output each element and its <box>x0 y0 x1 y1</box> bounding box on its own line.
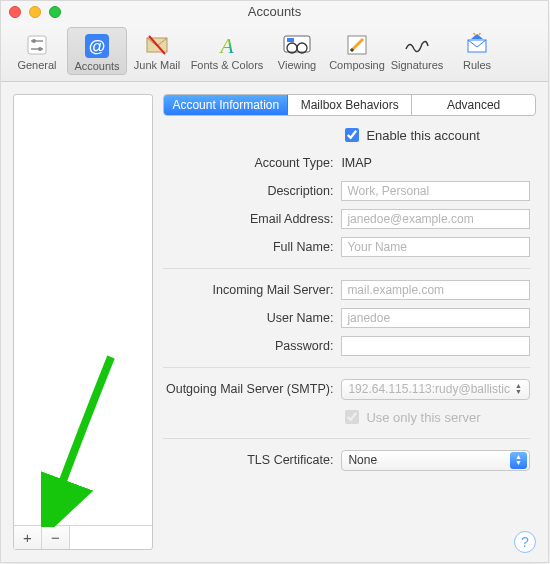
at-sign-icon: @ <box>84 32 110 60</box>
tls-label: TLS Certificate: <box>163 453 333 467</box>
toolbar-fonts-colors[interactable]: A Fonts & Colors <box>187 27 267 75</box>
toolbar-general[interactable]: General <box>7 27 67 75</box>
help-button[interactable]: ? <box>514 531 536 553</box>
signature-icon <box>402 31 432 59</box>
add-account-button[interactable]: + <box>14 526 42 549</box>
tab-account-information[interactable]: Account Information <box>164 95 288 115</box>
close-window-button[interactable] <box>9 6 21 18</box>
minimize-window-button[interactable] <box>29 6 41 18</box>
account-type-label: Account Type: <box>163 156 333 170</box>
glasses-icon <box>283 31 311 59</box>
incoming-server-label: Incoming Mail Server: <box>163 283 333 297</box>
junk-mail-icon <box>144 31 170 59</box>
username-label: User Name: <box>163 311 333 325</box>
plus-icon: + <box>23 529 32 546</box>
fonts-colors-icon: A <box>214 31 240 59</box>
description-label: Description: <box>163 184 333 198</box>
divider <box>163 268 530 269</box>
compose-icon <box>345 31 369 59</box>
password-input[interactable] <box>341 336 530 356</box>
chevron-updown-icon: ▲▼ <box>510 452 527 469</box>
accounts-sidebar: + − <box>13 94 153 550</box>
chevron-updown-icon: ▲▼ <box>510 381 527 398</box>
smtp-select[interactable]: 192.64.115.113:rudy@ballistic ▲▼ <box>341 379 530 400</box>
tls-certificate-select[interactable]: None ▲▼ <box>341 450 530 471</box>
tab-advanced[interactable]: Advanced <box>412 95 535 115</box>
accounts-list[interactable] <box>14 95 152 525</box>
email-input[interactable] <box>341 209 530 229</box>
window-title: Accounts <box>248 4 301 19</box>
account-tabs: Account Information Mailbox Behaviors Ad… <box>163 94 536 116</box>
help-icon: ? <box>521 534 529 550</box>
password-label: Password: <box>163 339 333 353</box>
enable-account-checkbox[interactable]: Enable this account <box>341 125 479 145</box>
divider <box>163 367 530 368</box>
svg-text:A: A <box>218 33 234 58</box>
divider <box>163 438 530 439</box>
incoming-server-input[interactable] <box>341 280 530 300</box>
fullname-input[interactable] <box>341 237 530 257</box>
account-form: Enable this account Account Type: IMAP D… <box>163 124 536 471</box>
toolbar-junk-mail[interactable]: Junk Mail <box>127 27 187 75</box>
minus-icon: − <box>51 529 60 546</box>
window-titlebar: Accounts <box>1 1 548 23</box>
toolbar-signatures[interactable]: Signatures <box>387 27 447 75</box>
use-only-this-server-checkbox[interactable]: Use only this server <box>341 407 480 427</box>
preferences-toolbar: General @ Accounts Junk Mail A Fonts & C… <box>1 23 548 82</box>
toolbar-viewing[interactable]: Viewing <box>267 27 327 75</box>
toolbar-composing[interactable]: Composing <box>327 27 387 75</box>
rules-icon <box>465 31 489 59</box>
account-type-value: IMAP <box>341 156 372 170</box>
email-label: Email Address: <box>163 212 333 226</box>
tab-mailbox-behaviors[interactable]: Mailbox Behaviors <box>288 95 412 115</box>
toolbar-accounts[interactable]: @ Accounts <box>67 27 127 75</box>
fullname-label: Full Name: <box>163 240 333 254</box>
username-input[interactable] <box>341 308 530 328</box>
slider-icon <box>25 31 49 59</box>
description-input[interactable] <box>341 181 530 201</box>
toolbar-rules[interactable]: Rules <box>447 27 507 75</box>
svg-point-4 <box>38 47 42 51</box>
zoom-window-button[interactable] <box>49 6 61 18</box>
svg-rect-14 <box>287 38 294 42</box>
remove-account-button[interactable]: − <box>42 526 70 549</box>
svg-rect-0 <box>28 36 46 54</box>
smtp-label: Outgoing Mail Server (SMTP): <box>163 382 333 396</box>
svg-point-2 <box>32 39 36 43</box>
svg-text:@: @ <box>89 37 106 56</box>
